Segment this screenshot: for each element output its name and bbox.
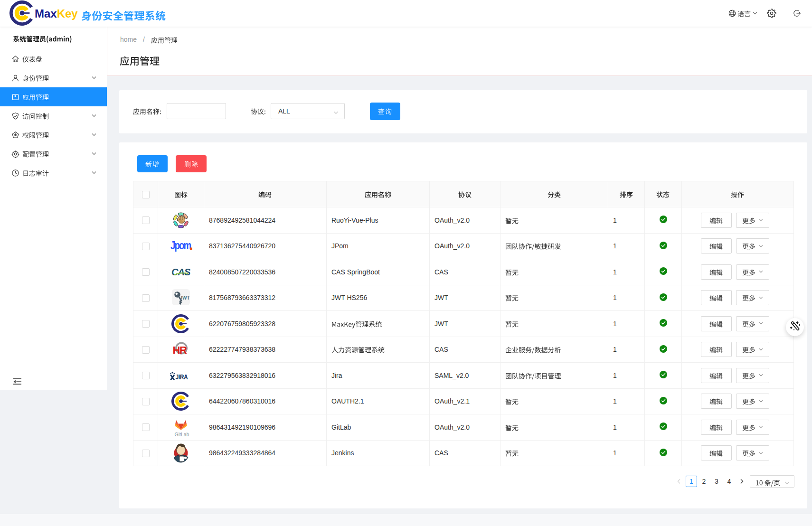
svg-text:Jpom: Jpom: [170, 239, 191, 252]
svg-text:GitLab: GitLab: [175, 432, 189, 437]
svg-text:JIRA: JIRA: [176, 372, 188, 380]
svg-text:HR: HR: [173, 344, 187, 356]
svg-text:CAS: CAS: [171, 267, 190, 277]
svg-text:JWT: JWT: [179, 295, 189, 301]
